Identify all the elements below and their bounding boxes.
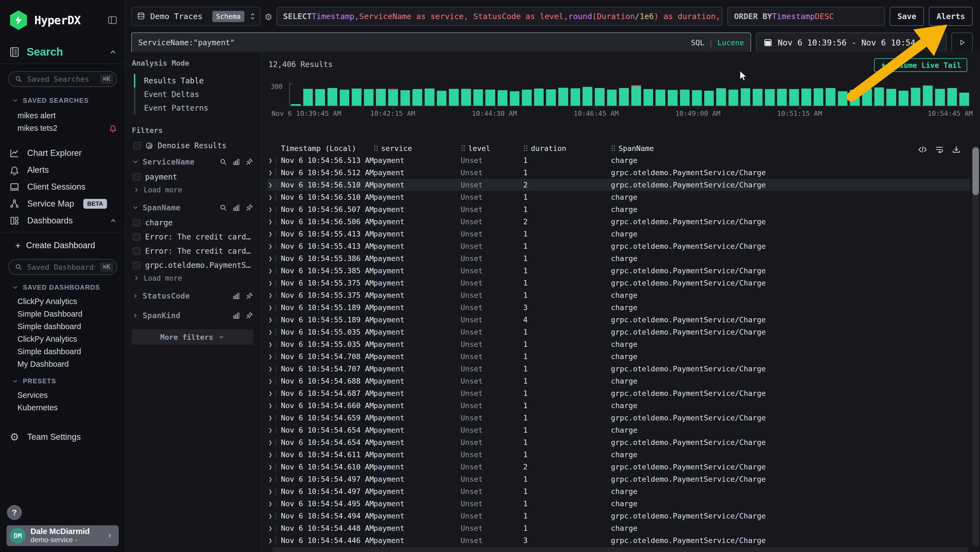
table-row[interactable]: ❯Nov 6 10:54:56.507 AMpaymentUnset1charg… — [267, 203, 971, 215]
histogram-bar[interactable] — [619, 88, 629, 106]
table-row[interactable]: ❯Nov 6 10:54:54.610 AMpaymentUnset2grpc.… — [267, 461, 971, 473]
expand-row-chevron[interactable]: ❯ — [267, 414, 281, 422]
histogram-bar[interactable] — [899, 91, 908, 106]
chart-icon[interactable] — [232, 158, 240, 166]
histogram-bar[interactable] — [644, 89, 653, 106]
chart-icon[interactable] — [232, 204, 240, 211]
sidebar-item-client-sessions[interactable]: Client Sessions — [0, 179, 125, 195]
expand-row-chevron[interactable]: ❯ — [267, 377, 281, 385]
run-query-button[interactable] — [951, 32, 973, 53]
table-row[interactable]: ❯Nov 6 10:54:54.654 AMpaymentUnset1charg… — [267, 424, 971, 436]
expand-row-chevron[interactable]: ❯ — [267, 206, 281, 213]
saved-dashboard-item[interactable]: ClickPy Analytics — [0, 333, 125, 345]
histogram-bar[interactable] — [449, 89, 459, 106]
saved-search-item[interactable]: mikes tets2 — [0, 122, 125, 134]
histogram-bar[interactable] — [534, 89, 544, 106]
histogram-bar[interactable] — [814, 88, 824, 106]
table-row[interactable]: ❯Nov 6 10:54:54.688 AMpaymentUnset1charg… — [267, 375, 971, 387]
histogram-bar[interactable] — [571, 88, 581, 106]
histogram-bar[interactable] — [498, 90, 508, 106]
filter-checkbox-item[interactable]: payment — [133, 170, 253, 184]
pin-icon[interactable] — [245, 158, 253, 166]
resume-live-tail-button[interactable]: Resume Live Tail — [874, 58, 967, 72]
col-duration[interactable]: duration — [523, 144, 611, 153]
checkbox[interactable] — [133, 247, 140, 255]
sql-select-input[interactable]: SELECT Timestamp, ServiceName as service… — [277, 7, 722, 26]
expand-row-chevron[interactable]: ❯ — [267, 451, 281, 459]
chart-icon[interactable] — [232, 292, 240, 300]
filter-checkbox-item[interactable]: Error: The credit card … — [133, 230, 253, 244]
histogram-bar[interactable] — [704, 91, 714, 106]
expand-row-chevron[interactable]: ❯ — [267, 169, 281, 177]
saved-dashboard-item[interactable]: ClickPy Analytics — [0, 295, 125, 308]
table-row[interactable]: ❯Nov 6 10:54:54.494 AMpaymentUnset1grpc.… — [267, 510, 971, 522]
expand-row-chevron[interactable]: ❯ — [267, 439, 281, 446]
preset-item[interactable]: Services — [0, 389, 125, 401]
expand-row-chevron[interactable]: ❯ — [267, 279, 281, 287]
lang-lucene-toggle[interactable]: Lucene — [717, 38, 744, 47]
histogram-bar[interactable] — [303, 89, 313, 106]
more-filters-button[interactable]: More filters — [132, 329, 253, 345]
sidebar-item-dashboards[interactable]: Dashboards — [0, 212, 125, 229]
filter-section-header[interactable]: StatusCode — [132, 288, 253, 304]
saved-dashboard-item[interactable]: My Dashboard — [0, 358, 125, 370]
expand-row-chevron[interactable]: ❯ — [267, 365, 281, 373]
histogram-bar[interactable] — [401, 90, 410, 106]
histogram-bar[interactable] — [595, 88, 605, 106]
chevron-down-icon[interactable] — [132, 158, 139, 165]
table-row[interactable]: ❯Nov 6 10:54:55.386 AMpaymentUnset1charg… — [267, 252, 971, 265]
histogram-bar[interactable] — [923, 86, 932, 106]
analysis-mode-event-patterns[interactable]: Event Patterns — [134, 101, 253, 115]
checkbox[interactable] — [133, 262, 140, 269]
analysis-mode-results-table[interactable]: Results Table — [134, 74, 253, 88]
user-menu[interactable]: DM Dale McDiarmid demo-service - — [6, 525, 119, 546]
save-button[interactable]: Save — [889, 7, 924, 26]
histogram-bar[interactable] — [692, 90, 702, 106]
collapse-sidebar-icon[interactable] — [107, 15, 118, 26]
pin-icon[interactable] — [245, 204, 253, 211]
table-row[interactable]: ❯Nov 6 10:54:56.510 AMpaymentUnset1charg… — [267, 191, 971, 203]
histogram-bar[interactable] — [911, 88, 921, 106]
expand-row-chevron[interactable]: ❯ — [267, 525, 281, 532]
presets-group[interactable]: PRESETS — [0, 377, 125, 385]
histogram-bar[interactable] — [352, 89, 361, 106]
table-row[interactable]: ❯Nov 6 10:54:54.660 AMpaymentUnset1charg… — [267, 399, 971, 412]
col-spanname[interactable]: SpanName — [611, 144, 971, 153]
histogram-bar[interactable] — [850, 90, 860, 106]
table-row[interactable]: ❯Nov 6 10:54:54.448 AMpaymentUnset1charg… — [267, 522, 971, 534]
histogram-bar[interactable] — [340, 89, 350, 106]
histogram-bar[interactable] — [510, 91, 520, 106]
date-range-picker[interactable]: Nov 6 10:39:56 - Nov 6 10:54:56 — [756, 32, 947, 53]
sidebar-item-alerts[interactable]: Alerts — [0, 161, 125, 179]
histogram-bar[interactable] — [607, 89, 617, 106]
expand-row-chevron[interactable]: ❯ — [267, 193, 281, 201]
table-row[interactable]: ❯Nov 6 10:54:55.413 AMpaymentUnset1grpc.… — [267, 240, 971, 252]
table-row[interactable]: ❯Nov 6 10:54:54.659 AMpaymentUnset1grpc.… — [267, 412, 971, 424]
saved-searches-input[interactable]: Saved Searches ⌘K — [8, 71, 117, 87]
drag-handle-icon[interactable] — [523, 145, 528, 152]
saved-dashboards-input[interactable]: Saved Dashboards ⌘K — [8, 259, 117, 275]
table-row[interactable]: ❯Nov 6 10:54:54.497 AMpaymentUnset1grpc.… — [267, 473, 971, 485]
histogram-bar[interactable] — [935, 89, 945, 106]
filter-section-header[interactable]: SpanName — [132, 200, 253, 215]
histogram-bar[interactable] — [789, 89, 799, 106]
expand-row-chevron[interactable]: ❯ — [267, 242, 281, 250]
table-row[interactable]: ❯Nov 6 10:54:55.035 AMpaymentUnset1grpc.… — [267, 326, 971, 338]
histogram-bar[interactable] — [315, 89, 325, 106]
histogram-bar[interactable] — [886, 89, 896, 106]
filter-checkbox-item[interactable]: charge — [133, 215, 253, 230]
saved-dashboards-group[interactable]: SAVED DASHBOARDS — [0, 284, 125, 291]
checkbox[interactable] — [133, 219, 140, 227]
table-row[interactable]: ❯Nov 6 10:54:55.413 AMpaymentUnset1charg… — [267, 228, 971, 240]
order-by-input[interactable]: ORDER BY Timestamp DESC — [727, 7, 885, 26]
table-row[interactable]: ❯Nov 6 10:54:56.510 AMpaymentUnset2grpc.… — [267, 179, 971, 191]
expand-row-chevron[interactable]: ❯ — [267, 328, 281, 336]
expand-row-chevron[interactable]: ❯ — [267, 389, 281, 397]
histogram-bar[interactable] — [655, 89, 665, 106]
histogram-bar[interactable] — [388, 90, 398, 106]
pin-icon[interactable] — [245, 292, 253, 300]
drag-handle-icon[interactable] — [611, 145, 616, 152]
histogram-bar[interactable] — [838, 91, 848, 106]
histogram-bar[interactable] — [777, 89, 787, 106]
table-row[interactable]: ❯Nov 6 10:54:54.687 AMpaymentUnset1grpc.… — [267, 387, 971, 399]
